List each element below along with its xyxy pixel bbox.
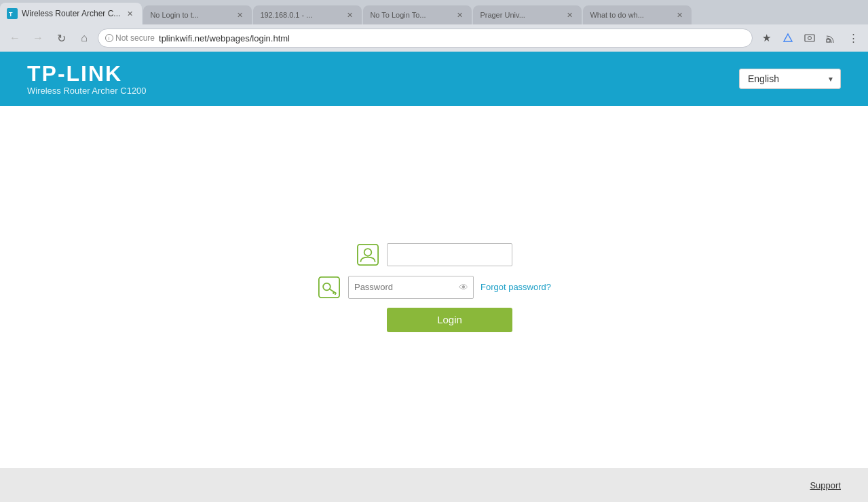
key-icon [317,275,341,300]
menu-button[interactable]: ⋮ [844,29,863,48]
tab-label-2: No Login to t... [150,11,199,19]
info-icon: i [105,34,113,42]
cast-button[interactable] [822,29,841,48]
login-form: 👁 Forgot password? Login [317,243,551,332]
tab-label-5: Prager Univ... [480,11,525,19]
browser-chrome: T Wireless Router Archer C... ✕ No Login… [0,0,868,52]
subtitle: Wireless Router Archer C1200 [27,86,147,96]
toolbar-icons: ★ ⋮ [757,29,863,48]
login-button-row: Login [356,308,512,332]
tab-inactive-5[interactable]: Prager Univ... ✕ [473,5,582,24]
reload-button[interactable]: ↻ [52,29,71,48]
tab-close-3[interactable]: ✕ [344,10,355,20]
svg-rect-6 [805,35,814,41]
login-button[interactable]: Login [387,308,512,332]
support-link[interactable]: Support [810,480,841,490]
username-input[interactable] [387,243,512,266]
user-icon [356,243,380,267]
svg-point-10 [364,249,372,256]
svg-point-7 [808,37,812,40]
tab-close-2[interactable]: ✕ [234,10,245,20]
svg-marker-4 [784,34,792,41]
toggle-password-icon[interactable]: 👁 [459,282,468,293]
tab-inactive-3[interactable]: 192.168.0.1 - ... ✕ [253,5,362,24]
security-indicator: i Not secure [105,33,155,43]
user-icon-svg [357,244,379,266]
tab-inactive-4[interactable]: No To Login To... ✕ [363,5,472,24]
tab-favicon-active: T [7,8,18,19]
tab-close-6[interactable]: ✕ [674,10,685,20]
svg-text:T: T [9,11,13,18]
tab-inactive-2[interactable]: No Login to t... ✕ [143,5,252,24]
login-area: 👁 Forgot password? Login [0,106,868,468]
screenshot-button[interactable] [800,29,819,48]
svg-rect-8 [827,39,830,42]
language-dropdown[interactable]: English 中文 Deutsch Español Français [739,69,841,89]
password-row: 👁 Forgot password? [317,275,551,300]
forward-button[interactable]: → [29,29,48,48]
page-footer: Support [0,468,868,502]
page-content: TP-LINK Wireless Router Archer C1200 Eng… [0,52,868,502]
header: TP-LINK Wireless Router Archer C1200 Eng… [0,52,868,106]
svg-point-12 [323,283,331,290]
language-select-wrapper[interactable]: English 中文 Deutsch Español Français [739,69,841,89]
tab-active[interactable]: T Wireless Router Archer C... ✕ [0,3,142,24]
username-row [356,243,512,267]
tab-close-5[interactable]: ✕ [564,10,575,20]
address-box[interactable]: i Not secure tplinkwifi.net/webpages/log… [98,29,753,48]
google-drive-button[interactable] [778,29,797,48]
tab-bar: T Wireless Router Archer C... ✕ No Login… [0,0,868,24]
address-url: tplinkwifi.net/webpages/login.html [159,33,290,43]
tab-inactive-6[interactable]: What to do wh... ✕ [583,5,692,24]
tab-close-4[interactable]: ✕ [454,10,465,20]
tab-label-4: No To Login To... [370,11,426,19]
tab-label-6: What to do wh... [590,11,643,19]
password-wrapper: 👁 [348,276,474,299]
bookmark-button[interactable]: ★ [757,29,776,48]
address-bar-row: ← → ↻ ⌂ i Not secure tplinkwifi.net/webp… [0,24,868,52]
tab-label-active: Wireless Router Archer C... [22,9,120,18]
password-input[interactable] [348,276,474,299]
brand: TP-LINK Wireless Router Archer C1200 [27,62,147,96]
tab-close-active[interactable]: ✕ [124,8,135,19]
back-button[interactable]: ← [5,29,24,48]
key-icon-svg [318,276,340,298]
logo: TP-LINK [27,62,147,84]
home-button[interactable]: ⌂ [75,29,94,48]
security-label: Not secure [115,33,155,43]
svg-rect-11 [319,276,339,297]
forgot-password-link[interactable]: Forgot password? [480,282,551,292]
language-selector[interactable]: English 中文 Deutsch Español Français [739,69,841,89]
svg-text:i: i [109,35,110,41]
tab-label-3: 192.168.0.1 - ... [260,11,312,19]
